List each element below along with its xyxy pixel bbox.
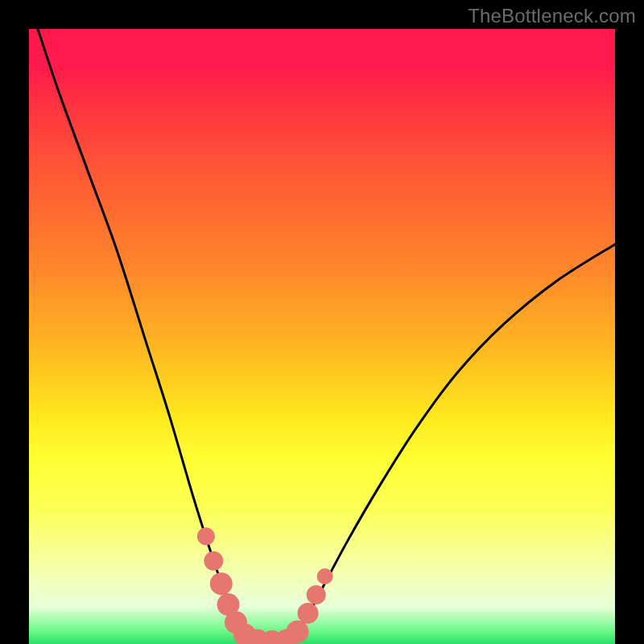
chart-svg bbox=[29, 29, 615, 644]
highlight-dot bbox=[197, 527, 215, 545]
highlight-dot bbox=[286, 621, 308, 643]
highlight-dot bbox=[317, 568, 333, 584]
highlight-dot bbox=[307, 585, 326, 605]
highlight-dot bbox=[298, 603, 319, 624]
highlight-dots bbox=[197, 527, 333, 644]
plot-area bbox=[29, 29, 615, 644]
highlight-dot bbox=[204, 551, 223, 571]
highlight-dot bbox=[210, 572, 233, 595]
bottleneck-curve bbox=[38, 29, 615, 644]
watermark-text: TheBottleneck.com bbox=[468, 5, 636, 27]
